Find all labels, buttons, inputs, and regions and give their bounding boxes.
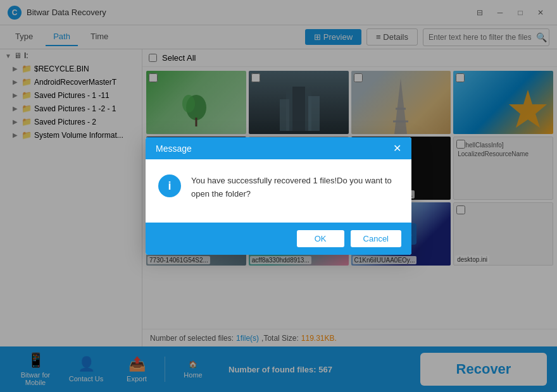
modal-title: Message [156,144,192,154]
modal-ok-button[interactable]: OK [297,230,344,247]
modal-footer: OK Cancel [146,223,411,255]
modal-header: Message ✕ [146,137,411,159]
modal-close-button[interactable]: ✕ [393,142,401,154]
modal-message: You have successfully recovered 1 files!… [191,175,399,201]
modal-info-icon: i [158,175,181,197]
modal-body: i You have successfully recovered 1 file… [146,159,411,223]
modal-dialog: Message ✕ i You have successfully recove… [146,137,411,255]
modal-overlay: Message ✕ i You have successfully recove… [0,0,557,392]
modal-cancel-button[interactable]: Cancel [351,230,401,247]
